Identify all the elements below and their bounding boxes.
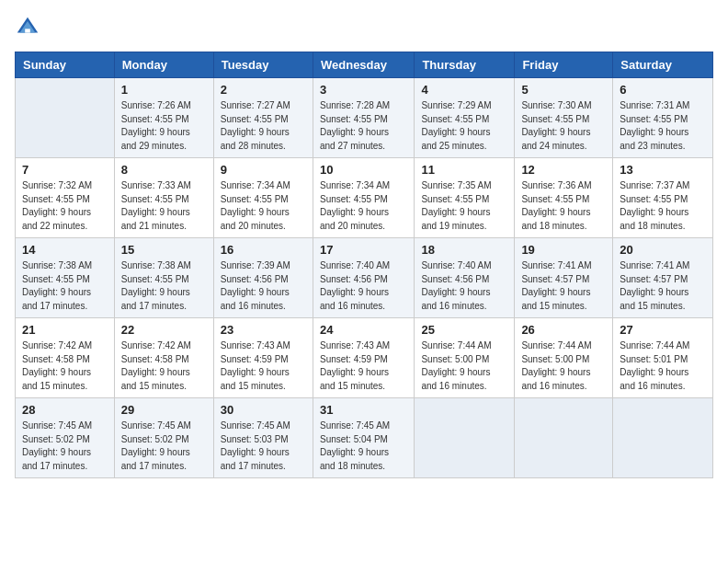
day-number: 21 [22, 323, 108, 337]
day-number: 19 [521, 243, 606, 257]
day-info: Sunrise: 7:38 AMSunset: 4:55 PMDaylight:… [121, 259, 207, 313]
calendar-day [515, 398, 613, 478]
calendar-day: 21Sunrise: 7:42 AMSunset: 4:58 PMDayligh… [16, 318, 115, 398]
calendar-day: 10Sunrise: 7:34 AMSunset: 4:55 PMDayligh… [313, 158, 414, 238]
day-number: 23 [221, 323, 306, 337]
calendar-week-4: 21Sunrise: 7:42 AMSunset: 4:58 PMDayligh… [16, 318, 713, 398]
calendar-header-row: SundayMondayTuesdayWednesdayThursdayFrid… [16, 52, 713, 78]
day-info: Sunrise: 7:42 AMSunset: 4:58 PMDaylight:… [121, 339, 207, 393]
day-info: Sunrise: 7:44 AMSunset: 5:00 PMDaylight:… [521, 339, 606, 393]
day-info: Sunrise: 7:44 AMSunset: 5:01 PMDaylight:… [620, 339, 706, 393]
day-number: 9 [221, 163, 306, 177]
day-info: Sunrise: 7:33 AMSunset: 4:55 PMDaylight:… [121, 179, 207, 233]
calendar-day: 22Sunrise: 7:42 AMSunset: 4:58 PMDayligh… [114, 318, 213, 398]
calendar-day [415, 398, 515, 478]
day-number: 4 [421, 83, 507, 97]
day-info: Sunrise: 7:35 AMSunset: 4:55 PMDaylight:… [421, 179, 507, 233]
day-info: Sunrise: 7:43 AMSunset: 4:59 PMDaylight:… [320, 339, 407, 393]
day-number: 7 [22, 163, 108, 177]
day-number: 6 [620, 83, 706, 97]
day-info: Sunrise: 7:34 AMSunset: 4:55 PMDaylight:… [221, 179, 306, 233]
calendar-day: 18Sunrise: 7:40 AMSunset: 4:56 PMDayligh… [415, 238, 515, 318]
calendar-day: 1Sunrise: 7:26 AMSunset: 4:55 PMDaylight… [114, 78, 213, 158]
calendar-week-5: 28Sunrise: 7:45 AMSunset: 5:02 PMDayligh… [16, 398, 713, 478]
day-number: 28 [22, 403, 108, 417]
day-number: 13 [620, 163, 706, 177]
day-info: Sunrise: 7:37 AMSunset: 4:55 PMDaylight:… [620, 179, 706, 233]
day-number: 14 [22, 243, 108, 257]
day-number: 17 [320, 243, 407, 257]
calendar-day [16, 78, 115, 158]
calendar-day: 13Sunrise: 7:37 AMSunset: 4:55 PMDayligh… [613, 158, 713, 238]
page-header [15, 15, 713, 40]
day-info: Sunrise: 7:26 AMSunset: 4:55 PMDaylight:… [121, 99, 207, 153]
day-number: 5 [521, 83, 606, 97]
calendar-day: 26Sunrise: 7:44 AMSunset: 5:00 PMDayligh… [515, 318, 613, 398]
calendar-day: 17Sunrise: 7:40 AMSunset: 4:56 PMDayligh… [313, 238, 414, 318]
calendar-day: 16Sunrise: 7:39 AMSunset: 4:56 PMDayligh… [213, 238, 313, 318]
day-number: 2 [221, 83, 306, 97]
day-info: Sunrise: 7:44 AMSunset: 5:00 PMDaylight:… [421, 339, 507, 393]
calendar-header-thursday: Thursday [415, 52, 515, 78]
day-info: Sunrise: 7:39 AMSunset: 4:56 PMDaylight:… [221, 259, 306, 313]
day-info: Sunrise: 7:40 AMSunset: 4:56 PMDaylight:… [421, 259, 507, 313]
day-number: 3 [320, 83, 407, 97]
day-info: Sunrise: 7:43 AMSunset: 4:59 PMDaylight:… [221, 339, 306, 393]
day-number: 29 [121, 403, 207, 417]
day-info: Sunrise: 7:32 AMSunset: 4:55 PMDaylight:… [22, 179, 108, 233]
day-info: Sunrise: 7:42 AMSunset: 4:58 PMDaylight:… [22, 339, 108, 393]
day-info: Sunrise: 7:38 AMSunset: 4:55 PMDaylight:… [22, 259, 108, 313]
day-info: Sunrise: 7:41 AMSunset: 4:57 PMDaylight:… [521, 259, 606, 313]
calendar-day: 29Sunrise: 7:45 AMSunset: 5:02 PMDayligh… [114, 398, 213, 478]
calendar-header-wednesday: Wednesday [313, 52, 414, 78]
calendar-header-tuesday: Tuesday [213, 52, 313, 78]
calendar-day: 25Sunrise: 7:44 AMSunset: 5:00 PMDayligh… [415, 318, 515, 398]
day-number: 27 [620, 323, 706, 337]
day-number: 31 [320, 403, 407, 417]
calendar-table: SundayMondayTuesdayWednesdayThursdayFrid… [15, 52, 713, 478]
day-info: Sunrise: 7:34 AMSunset: 4:55 PMDaylight:… [320, 179, 407, 233]
day-number: 16 [221, 243, 306, 257]
calendar-day: 6Sunrise: 7:31 AMSunset: 4:55 PMDaylight… [613, 78, 713, 158]
calendar-day: 30Sunrise: 7:45 AMSunset: 5:03 PMDayligh… [213, 398, 313, 478]
day-info: Sunrise: 7:45 AMSunset: 5:04 PMDaylight:… [320, 419, 407, 473]
calendar-week-2: 7Sunrise: 7:32 AMSunset: 4:55 PMDaylight… [16, 158, 713, 238]
day-info: Sunrise: 7:29 AMSunset: 4:55 PMDaylight:… [421, 99, 507, 153]
calendar-day [613, 398, 713, 478]
day-number: 10 [320, 163, 407, 177]
calendar-day: 2Sunrise: 7:27 AMSunset: 4:55 PMDaylight… [213, 78, 313, 158]
calendar-day: 14Sunrise: 7:38 AMSunset: 4:55 PMDayligh… [16, 238, 115, 318]
logo-icon [15, 15, 40, 40]
day-info: Sunrise: 7:40 AMSunset: 4:56 PMDaylight:… [320, 259, 407, 313]
day-number: 24 [320, 323, 407, 337]
calendar-day: 3Sunrise: 7:28 AMSunset: 4:55 PMDaylight… [313, 78, 414, 158]
calendar-day: 24Sunrise: 7:43 AMSunset: 4:59 PMDayligh… [313, 318, 414, 398]
day-info: Sunrise: 7:27 AMSunset: 4:55 PMDaylight:… [221, 99, 306, 153]
day-info: Sunrise: 7:41 AMSunset: 4:57 PMDaylight:… [620, 259, 706, 313]
calendar-day: 8Sunrise: 7:33 AMSunset: 4:55 PMDaylight… [114, 158, 213, 238]
calendar-week-1: 1Sunrise: 7:26 AMSunset: 4:55 PMDaylight… [16, 78, 713, 158]
svg-rect-2 [25, 29, 30, 32]
day-number: 25 [421, 323, 507, 337]
day-number: 8 [121, 163, 207, 177]
calendar-day: 12Sunrise: 7:36 AMSunset: 4:55 PMDayligh… [515, 158, 613, 238]
day-number: 18 [421, 243, 507, 257]
logo [15, 15, 44, 40]
day-info: Sunrise: 7:36 AMSunset: 4:55 PMDaylight:… [521, 179, 606, 233]
calendar-day: 19Sunrise: 7:41 AMSunset: 4:57 PMDayligh… [515, 238, 613, 318]
calendar-day: 31Sunrise: 7:45 AMSunset: 5:04 PMDayligh… [313, 398, 414, 478]
calendar-day: 11Sunrise: 7:35 AMSunset: 4:55 PMDayligh… [415, 158, 515, 238]
calendar-day: 23Sunrise: 7:43 AMSunset: 4:59 PMDayligh… [213, 318, 313, 398]
day-number: 26 [521, 323, 606, 337]
calendar-header-friday: Friday [515, 52, 613, 78]
calendar-day: 9Sunrise: 7:34 AMSunset: 4:55 PMDaylight… [213, 158, 313, 238]
calendar-day: 4Sunrise: 7:29 AMSunset: 4:55 PMDaylight… [415, 78, 515, 158]
day-info: Sunrise: 7:28 AMSunset: 4:55 PMDaylight:… [320, 99, 407, 153]
day-number: 1 [121, 83, 207, 97]
calendar-header-sunday: Sunday [16, 52, 115, 78]
calendar-header-monday: Monday [114, 52, 213, 78]
calendar-day: 27Sunrise: 7:44 AMSunset: 5:01 PMDayligh… [613, 318, 713, 398]
calendar-day: 28Sunrise: 7:45 AMSunset: 5:02 PMDayligh… [16, 398, 115, 478]
day-number: 22 [121, 323, 207, 337]
calendar-day: 5Sunrise: 7:30 AMSunset: 4:55 PMDaylight… [515, 78, 613, 158]
